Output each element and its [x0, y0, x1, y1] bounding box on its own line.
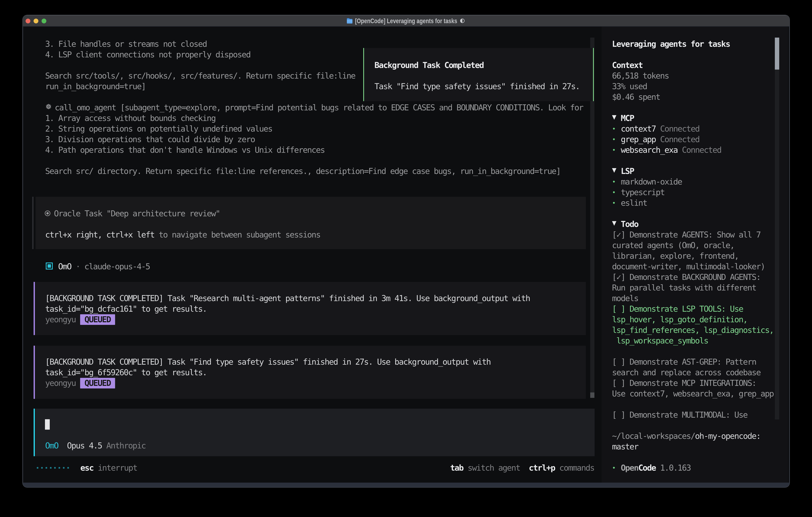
- text-segment: Connected: [656, 124, 699, 134]
- spinner-dot: [67, 467, 69, 469]
- workspace-branch: master: [612, 441, 638, 452]
- todo-item-done: models: [612, 293, 638, 304]
- spinner-dot: [59, 467, 60, 469]
- session-title: Leveraging agents for tasks: [612, 39, 730, 50]
- text-segment: commands: [555, 463, 594, 472]
- text-segment: [76, 315, 80, 324]
- window-title: [OpenCode] Leveraging agents for tasks: [355, 15, 457, 27]
- message-line: task_id="bg_6f59260c" to get results.: [45, 367, 207, 378]
- collapse-triangle-icon[interactable]: [612, 166, 621, 176]
- text-segment: Search src/tools/, src/hooks/, src/featu…: [45, 71, 355, 81]
- text-segment: run_in_background=true]: [45, 82, 146, 91]
- text-segment: search and replace across codebase: [612, 368, 760, 377]
- message-line: [BACKGROUND TASK COMPLETED] Task "Find t…: [45, 357, 491, 368]
- text-segment: [ ] Demonstrate MULTIMODAL: Use: [612, 410, 747, 419]
- bullet-icon: [612, 134, 621, 145]
- text-segment: models: [612, 294, 638, 303]
- text-segment: [✓] Demonstrate AGENTS: Show all 7: [612, 230, 760, 240]
- text-segment: grep_app: [621, 135, 656, 144]
- spinner-dot: [54, 467, 56, 469]
- input-panel-border: [34, 409, 35, 456]
- todo-item-active: lsp_find_references, lsp_diagnostics,: [612, 325, 774, 336]
- bullet-icon: [612, 198, 621, 208]
- text-segment: librarian, explore, frontend,: [612, 251, 739, 261]
- text-segment: [✓] Demonstrate BACKGROUND AGENTS:: [612, 272, 760, 282]
- queue-status-line: yeongyu QUEUED: [45, 378, 115, 389]
- oracle-task-panel: [35, 197, 586, 249]
- hint-line: ctrl+x right, ctrl+x left to navigate be…: [45, 229, 320, 240]
- text-segment: task_id="bg_6f59260c" to get results.: [45, 368, 207, 377]
- purple-border-1: [34, 282, 35, 335]
- output-line: 3. File handles or streams not closed: [45, 39, 207, 50]
- bullet-icon: [612, 463, 621, 473]
- text-segment: yeongyu: [45, 315, 76, 324]
- spinner-dot: [46, 467, 47, 469]
- section-todo: Todo: [612, 219, 638, 230]
- text-segment: [ ] Demonstrate MCP INTEGRATIONS:: [612, 378, 756, 388]
- main-scrollbar-thumb[interactable]: [590, 392, 594, 398]
- spinner-dot: [41, 467, 43, 469]
- toast-body: Task "Find type safety issues" finished …: [374, 81, 580, 92]
- input-agent-line: OmO Opus 4.5 Anthropic: [45, 440, 146, 451]
- text-segment: 4. LSP client connections not properly d…: [45, 50, 250, 59]
- message-line: task_id="bg_dcfac161" to get results.: [45, 304, 207, 315]
- text-segment: LSP: [621, 166, 634, 176]
- spinner-dot: [63, 467, 64, 469]
- text-segment: [ ] Demonstrate AST-GREP: Pattern: [612, 357, 756, 366]
- context-used: 33% used: [612, 81, 647, 92]
- sidebar-scrollbar-thumb[interactable]: [775, 37, 779, 70]
- text-segment: Connected: [656, 135, 699, 144]
- version-line: OpenCode 1.0.163: [612, 463, 691, 473]
- spinner-dot: [50, 467, 52, 469]
- todo-item: [ ] Demonstrate AST-GREP: Pattern: [612, 357, 756, 368]
- text-segment: esc: [80, 463, 93, 472]
- text-segment: to navigate between subagent sessions: [154, 230, 320, 240]
- workspace-path: ~/local-workspaces/oh-my-opencode:: [612, 431, 760, 442]
- window-title-group: [OpenCode] Leveraging agents for tasks: [23, 15, 789, 27]
- text-segment: OmO: [58, 262, 71, 271]
- todo-item: Use context7, websearch_exa, grep_app: [612, 388, 774, 399]
- collapse-triangle-icon[interactable]: [612, 113, 621, 124]
- todo-item-active: lsp_workspace_symbols: [612, 335, 708, 346]
- text-segment: 2. String operations on potentially unde…: [45, 124, 272, 134]
- todo-item: [ ] Demonstrate MULTIMODAL: Use: [612, 410, 747, 420]
- text-segment: Background Task Completed: [374, 60, 484, 70]
- output-line: 3. Division operations that could divide…: [45, 134, 255, 145]
- todo-item-done: document-writer, multimodal-looker): [612, 261, 765, 272]
- text-segment: 3. File handles or streams not closed: [45, 39, 207, 49]
- text-segment: markdown-oxide: [621, 177, 682, 187]
- text-cursor[interactable]: [45, 419, 50, 430]
- text-segment: ctrl+p: [529, 463, 555, 472]
- queued-badge: QUEUED: [80, 378, 115, 388]
- text-segment: ~/local-workspaces/: [612, 431, 695, 441]
- text-segment: yeongyu: [45, 378, 76, 388]
- text-segment: 1.0.163: [656, 463, 691, 472]
- status-right: tab switch agent ctrl+p commands: [450, 463, 594, 473]
- text-segment: lsp_find_references, lsp_diagnostics,: [612, 325, 774, 335]
- text-segment: Leveraging agents for tasks: [612, 39, 730, 49]
- section-lsp: LSP: [612, 166, 634, 177]
- window-bottom-edge: [23, 483, 789, 487]
- message-line: [BACKGROUND TASK COMPLETED] Task "Resear…: [45, 293, 530, 304]
- text-segment: Search src/ directory. Return specific f…: [45, 166, 560, 176]
- output-line: Search src/ directory. Return specific f…: [45, 166, 560, 177]
- text-segment: Todo: [621, 219, 638, 229]
- sidebar-scrollbar-track[interactable]: [775, 37, 779, 419]
- section-mcp: MCP: [612, 113, 634, 124]
- text-segment: context7: [621, 124, 656, 134]
- collapse-triangle-icon[interactable]: [612, 219, 621, 229]
- text-segment: 4. Path operations that don't handle Win…: [45, 145, 325, 155]
- text-segment: claude-opus-4-5: [84, 262, 150, 271]
- bullet-icon: [612, 124, 621, 134]
- text-segment: websearch_exa: [621, 145, 677, 155]
- text-segment: ctrl+x left: [106, 230, 154, 240]
- text-segment: Run parallel tasks with different: [612, 283, 756, 293]
- output-line: 1. Array access without bounds checking: [45, 113, 215, 124]
- todo-item-done: [✓] Demonstrate BACKGROUND AGENTS:: [612, 272, 760, 283]
- text-segment: ctrl+x right,: [45, 230, 102, 240]
- text-segment: [102, 230, 106, 240]
- screen: [OpenCode] Leveraging agents for tasks: [0, 0, 812, 517]
- text-segment: 1. Array access without bounds checking: [45, 113, 215, 123]
- text-segment: [76, 378, 80, 388]
- output-line: 4. LSP client connections not properly d…: [45, 49, 250, 60]
